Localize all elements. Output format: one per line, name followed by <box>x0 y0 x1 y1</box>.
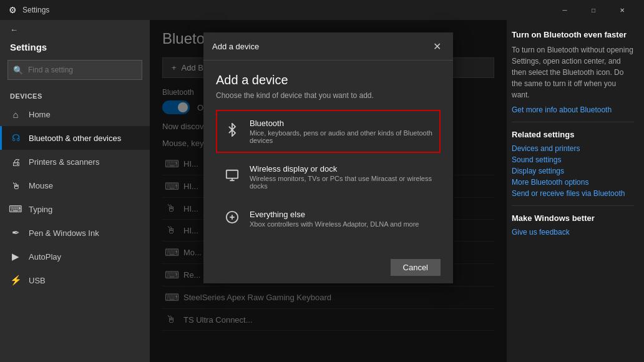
back-icon: ← <box>10 25 18 34</box>
sidebar-item-label: USB <box>29 276 46 285</box>
faster-text: To turn on Bluetooth without opening Set… <box>512 44 634 100</box>
add-device-modal: Add a device ✕ Add a device Choose the k… <box>203 32 453 283</box>
sidebar-item-label: Printers & scanners <box>29 157 99 167</box>
modal-subtitle: Choose the kind of device that you want … <box>216 91 441 100</box>
modal-footer: Cancel <box>203 252 453 283</box>
more-info-link[interactable]: Get more info about Bluetooth <box>512 105 634 114</box>
sidebar-item-usb[interactable]: ⚡ USB <box>0 268 150 292</box>
sidebar-item-pen[interactable]: ✒ Pen & Windows Ink <box>0 221 150 245</box>
sidebar-section-title: Devices <box>0 87 150 102</box>
svg-rect-0 <box>227 170 238 179</box>
bluetooth-option-text: Bluetooth Mice, keyboards, pens or audio… <box>250 119 433 144</box>
related-title: Related settings <box>512 130 634 139</box>
title-bar-left: ⚙ Settings <box>7 5 49 15</box>
bluetooth-option-icon <box>223 123 241 140</box>
printer-icon: 🖨 <box>10 156 21 167</box>
sidebar-item-label: AutoPlay <box>29 252 61 262</box>
close-button[interactable]: ✕ <box>608 0 637 20</box>
search-input[interactable] <box>28 66 137 74</box>
modal-body: Add a device Choose the kind of device t… <box>203 61 453 252</box>
modal-close-button[interactable]: ✕ <box>429 39 444 54</box>
divider-2 <box>512 205 634 206</box>
modal-heading: Add a device <box>216 73 441 87</box>
maximize-button[interactable]: □ <box>579 0 608 20</box>
cancel-button[interactable]: Cancel <box>391 259 441 276</box>
sidebar-item-mouse[interactable]: 🖱 Mouse <box>0 174 150 197</box>
search-box: 🔍 <box>7 60 142 80</box>
sidebar-item-typing[interactable]: ⌨ Typing <box>0 197 150 221</box>
autoplay-icon: ▶ <box>10 251 21 262</box>
display-settings-link[interactable]: Display settings <box>512 167 634 175</box>
sidebar-item-label: Home <box>29 110 51 119</box>
usb-icon: ⚡ <box>10 275 21 286</box>
title-bar-controls: ─ □ ✕ <box>550 0 637 20</box>
modal-titlebar: Add a device ✕ <box>203 32 453 61</box>
sidebar: ← Settings 🔍 Devices ⌂ Home ☊ Bluetooth … <box>0 0 150 362</box>
devices-printers-link[interactable]: Devices and printers <box>512 144 634 153</box>
faster-title: Turn on Bluetooth even faster <box>512 30 634 39</box>
home-icon: ⌂ <box>10 109 21 120</box>
divider-1 <box>512 122 634 122</box>
option-everything-else[interactable]: Everything else Xbox controllers with Wi… <box>216 201 441 237</box>
app-title: Settings <box>0 39 150 57</box>
sound-settings-link[interactable]: Sound settings <box>512 155 634 164</box>
search-icon: 🔍 <box>13 66 23 75</box>
back-button[interactable]: ← <box>0 20 150 39</box>
windows-better-title: Make Windows better <box>512 213 634 223</box>
wireless-display-option-desc: Wireless monitors, TVs or PCs that use M… <box>250 175 433 190</box>
settings-icon: ⚙ <box>7 5 17 15</box>
sidebar-item-label: Bluetooth & other devices <box>29 134 121 143</box>
everything-else-option-name: Everything else <box>250 210 419 219</box>
send-receive-link[interactable]: Send or receive files via Bluetooth <box>512 189 634 198</box>
sidebar-item-label: Pen & Windows Ink <box>29 228 99 238</box>
bluetooth-option-desc: Mice, keyboards, pens or audio and other… <box>250 129 433 144</box>
everything-else-option-desc: Xbox controllers with Wireless Adaptor, … <box>250 220 419 228</box>
title-bar-title: Settings <box>22 6 49 14</box>
modal-overlay: Add a device ✕ Add a device Choose the k… <box>150 20 507 362</box>
sidebar-item-label: Mouse <box>29 181 53 190</box>
sidebar-item-printers[interactable]: 🖨 Printers & scanners <box>0 150 150 174</box>
monitor-option-icon <box>223 169 241 185</box>
bluetooth-icon: ☊ <box>10 132 21 144</box>
more-bluetooth-link[interactable]: More Bluetooth options <box>512 178 634 187</box>
wireless-display-option-name: Wireless display or dock <box>250 164 433 174</box>
plus-option-icon <box>223 210 241 227</box>
pen-icon: ✒ <box>10 227 21 238</box>
sidebar-item-home[interactable]: ⌂ Home <box>0 102 150 126</box>
mouse-icon: 🖱 <box>10 180 21 191</box>
sidebar-item-bluetooth[interactable]: ☊ Bluetooth & other devices <box>0 126 150 150</box>
main-content: Bluetoo... + Add Bluetooth or other devi… <box>150 0 507 362</box>
right-panel: Turn on Bluetooth even faster To turn on… <box>507 0 644 362</box>
keyboard-icon: ⌨ <box>10 203 21 215</box>
sidebar-item-label: Typing <box>29 205 52 214</box>
option-wireless-display[interactable]: Wireless display or dock Wireless monito… <box>216 155 441 198</box>
minimize-button[interactable]: ─ <box>550 0 579 20</box>
sidebar-item-autoplay[interactable]: ▶ AutoPlay <box>0 245 150 268</box>
feedback-link[interactable]: Give us feedback <box>512 228 634 237</box>
modal-titlebar-label: Add a device <box>212 42 259 51</box>
everything-else-option-text: Everything else Xbox controllers with Wi… <box>250 210 419 228</box>
bluetooth-option-name: Bluetooth <box>250 119 433 128</box>
option-bluetooth[interactable]: Bluetooth Mice, keyboards, pens or audio… <box>216 110 441 153</box>
title-bar: ⚙ Settings ─ □ ✕ <box>0 0 644 20</box>
wireless-display-option-text: Wireless display or dock Wireless monito… <box>250 164 433 190</box>
